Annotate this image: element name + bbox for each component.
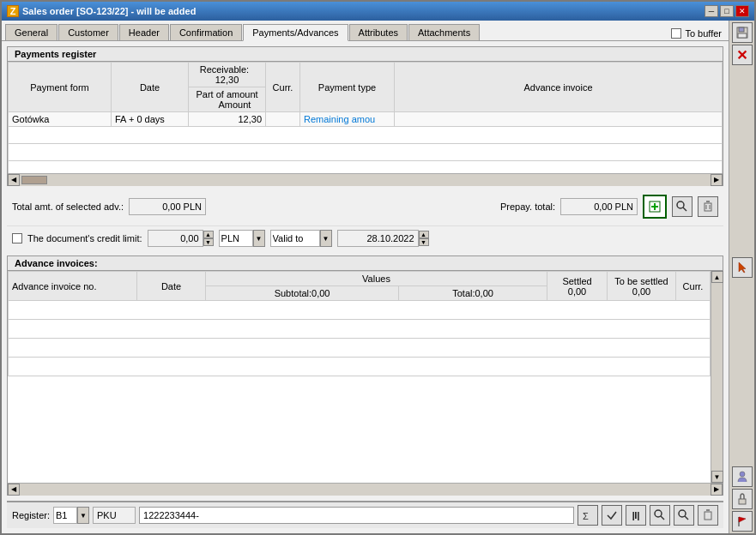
valid-dropdown-arrow[interactable]: ▼	[320, 230, 332, 247]
adv-col-invoice-no: Advance invoice no.	[9, 272, 137, 301]
content-area: General Customer Header Confirmation Pay…	[2, 21, 754, 533]
adv-col-curr: Curr.	[676, 272, 711, 301]
title-bar: Z Sales order [SO-123/22] - will be adde…	[2, 2, 754, 21]
maximize-button[interactable]: □	[720, 5, 734, 17]
minimize-button[interactable]: ─	[705, 5, 718, 17]
adv-col-date: Date	[137, 272, 206, 301]
lock-icon-button[interactable]	[732, 489, 753, 509]
spin-up[interactable]: ▲	[203, 231, 214, 238]
spin-down[interactable]: ▼	[203, 238, 214, 246]
svg-point-19	[740, 472, 745, 477]
date-spin-up[interactable]: ▲	[419, 231, 429, 238]
adv-col-total: Total:0,00	[399, 286, 547, 301]
tab-confirmation[interactable]: Confirmation	[170, 24, 242, 40]
col-payment-type: Payment type	[300, 63, 395, 112]
spinner-buttons[interactable]: ▲ ▼	[203, 231, 214, 246]
adv-scroll-area[interactable]: Advance invoice no. Date Values Settled …	[8, 271, 711, 483]
table-row[interactable]: Gotówka FA + 0 days 12,30 Remaining amou	[9, 112, 723, 127]
tab-attributes[interactable]: Attributes	[349, 24, 408, 40]
register-dropdown-arrow[interactable]: ▼	[77, 507, 89, 524]
credit-limit-row: The document's credit limit: ▲ ▼ PLN	[7, 225, 723, 250]
adv-scroll-right[interactable]: ▶	[711, 484, 723, 496]
tab-header[interactable]: Header	[119, 24, 169, 40]
search-button-bottom[interactable]	[650, 505, 670, 526]
delete-advance-button[interactable]	[698, 196, 718, 217]
scroll-down-arrow[interactable]: ▼	[711, 471, 723, 483]
svg-rect-17	[739, 27, 744, 32]
svg-point-12	[679, 510, 686, 517]
prepay-total-label: Prepay. total:	[500, 201, 555, 212]
flag-icon-button[interactable]	[732, 511, 753, 532]
cell-curr	[266, 112, 300, 127]
col-curr: Curr.	[266, 63, 300, 112]
register-select-area[interactable]: B1 ▼	[53, 507, 89, 524]
svg-rect-14	[705, 512, 711, 520]
pln-select[interactable]: PLN	[219, 230, 253, 247]
cell-payment-type: Remaining amou	[300, 112, 395, 127]
adv-vscroll[interactable]: ▲ ▼	[711, 271, 723, 483]
scroll-up-arrow[interactable]: ▲	[711, 271, 723, 283]
pln-select-area[interactable]: PLN ▼	[219, 230, 265, 247]
payments-register-title: Payments register	[8, 47, 723, 62]
sum-button[interactable]: Σ	[578, 505, 598, 526]
main-window: Z Sales order [SO-123/22] - will be adde…	[0, 0, 756, 535]
title-bar-controls: ─ □ ✕	[705, 5, 749, 17]
credit-limit-checkbox[interactable]	[12, 233, 22, 243]
tab-payments-advances[interactable]: Payments/Advances	[243, 24, 348, 41]
search-advance-button[interactable]	[672, 196, 692, 217]
cell-payment-form: Gotówka	[9, 112, 112, 127]
payments-table-wrapper: Payment form Date Receivable: 12,30 Curr…	[8, 62, 723, 173]
barcode-button[interactable]: |I|	[626, 505, 646, 526]
adv-hscroll[interactable]: ◀ ▶	[8, 483, 723, 495]
pku-input[interactable]	[93, 507, 136, 524]
valid-to-select-area[interactable]: Valid to ▼	[270, 230, 332, 247]
register-select[interactable]: B1	[53, 507, 77, 524]
controls-area: Total amt. of selected adv.: Prepay. tot…	[7, 191, 723, 250]
valid-to-select[interactable]: Valid to	[270, 230, 320, 247]
check-button[interactable]	[602, 505, 622, 526]
delete-button-bottom[interactable]	[698, 505, 718, 526]
adv-col-subtotal: Subtotal:0,00	[206, 286, 399, 301]
prepay-total-input[interactable]	[560, 198, 638, 215]
payments-register-section: Payments register Payment form Date Rece…	[7, 46, 723, 186]
total-amt-label: Total amt. of selected adv.:	[12, 201, 124, 212]
adv-scroll-left[interactable]: ◀	[8, 484, 20, 496]
payments-table: Payment form Date Receivable: 12,30 Curr…	[8, 62, 723, 173]
main-content: General Customer Header Confirmation Pay…	[2, 21, 729, 533]
payments-controls-row: Total amt. of selected adv.: Prepay. tot…	[7, 191, 723, 222]
total-amt-input[interactable]	[129, 198, 206, 215]
svg-point-3	[677, 201, 684, 208]
col-date: Date	[112, 63, 189, 112]
to-buffer-label: To buffer	[685, 28, 722, 39]
add-advance-button[interactable]	[643, 195, 667, 219]
window-icon: Z	[7, 5, 19, 17]
cell-amount: 12,30	[189, 112, 266, 127]
person-icon-button[interactable]	[732, 466, 753, 487]
pln-dropdown-arrow[interactable]: ▼	[253, 230, 265, 247]
close-button[interactable]: ✕	[735, 5, 749, 17]
barcode-input[interactable]	[139, 507, 574, 524]
tab-customer[interactable]: Customer	[58, 24, 118, 40]
cell-advance-invoice	[395, 112, 723, 127]
cursor-icon-button[interactable]	[732, 257, 753, 278]
payments-hscroll[interactable]: ◀ ▶	[8, 173, 723, 185]
window-title: Sales order [SO-123/22] - will be added	[22, 6, 196, 16]
svg-rect-18	[738, 33, 747, 38]
save-button[interactable]	[732, 22, 753, 43]
search-button-2[interactable]	[674, 505, 694, 526]
scroll-right-arrow[interactable]: ▶	[711, 174, 723, 186]
to-buffer-checkbox[interactable]	[671, 28, 681, 39]
cancel-button[interactable]: ✕	[732, 45, 753, 65]
date-spin-down[interactable]: ▼	[419, 238, 429, 246]
date-spinner[interactable]: ▲ ▼	[337, 230, 429, 247]
svg-rect-5	[705, 203, 711, 211]
advance-invoices-title: Advance invoices:	[8, 256, 723, 271]
right-toolbar: ✕	[729, 21, 754, 533]
scroll-left-arrow[interactable]: ◀	[8, 174, 20, 186]
advance-invoices-table: Advance invoice no. Date Values Settled …	[8, 271, 711, 376]
credit-limit-spinner[interactable]: ▲ ▼	[148, 230, 214, 247]
tab-attachments[interactable]: Attachments	[408, 24, 480, 40]
col-payment-form: Payment form	[9, 63, 112, 112]
tab-general[interactable]: General	[5, 24, 57, 40]
date-spinner-buttons[interactable]: ▲ ▼	[419, 231, 429, 246]
